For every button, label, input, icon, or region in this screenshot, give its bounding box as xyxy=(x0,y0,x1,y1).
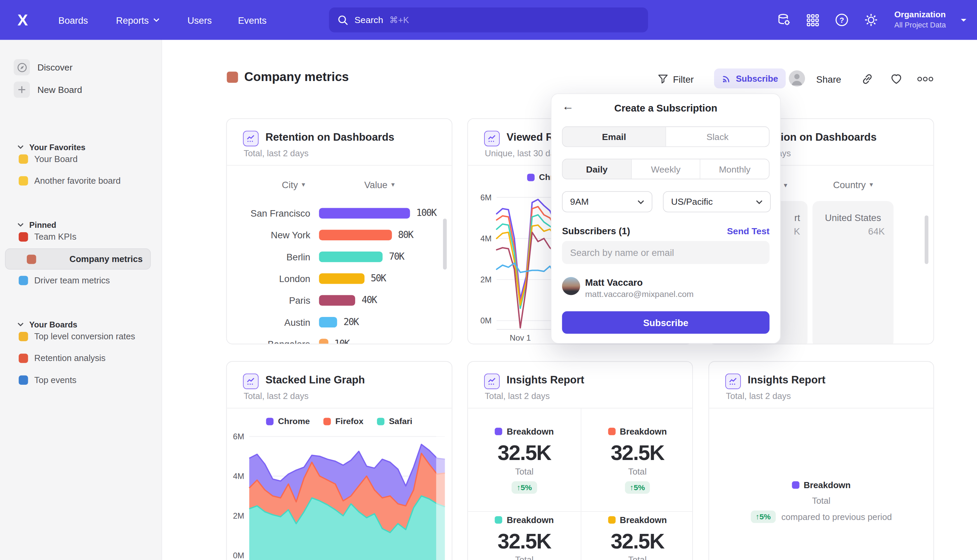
sidebar-item-new-board[interactable]: New Board xyxy=(0,80,162,100)
board-emoji-icon xyxy=(18,332,28,341)
sidebar-item[interactable]: Another favorite board xyxy=(5,170,151,190)
insight-metric-cell[interactable]: Breakdown32.5KTotal↑5% xyxy=(581,511,693,560)
svg-text:Nov 1: Nov 1 xyxy=(510,333,531,341)
sidebar-item[interactable]: Retention analysis xyxy=(5,348,151,368)
report-chart-icon xyxy=(243,131,259,147)
subscriber-name: Matt Vaccaro xyxy=(585,277,643,287)
filter-icon[interactable] xyxy=(658,73,669,85)
value-bar xyxy=(319,230,392,240)
subscriber-avatar xyxy=(562,277,580,295)
time-select[interactable]: 9AM xyxy=(562,191,652,212)
board-title: Company metrics xyxy=(227,70,349,84)
org-switcher[interactable]: Organization All Project Data xyxy=(894,10,946,30)
favorite-heart-icon[interactable] xyxy=(890,72,903,85)
tab-daily[interactable]: Daily xyxy=(563,159,632,178)
card-subtitle: Total, last 2 days xyxy=(244,391,309,401)
card-subtitle: Total, last 2 days xyxy=(726,391,791,401)
table-row[interactable]: Austin20K xyxy=(227,311,453,332)
delta-note: compared to previous period xyxy=(781,512,892,522)
sidebar-item-discover[interactable]: Discover xyxy=(0,57,162,77)
send-test-link[interactable]: Send Test xyxy=(727,226,769,236)
sidebar-item[interactable]: Team KPIs xyxy=(5,227,151,247)
delta-badge: ↑5% xyxy=(751,510,776,523)
global-search-input[interactable]: Search ⌘+K xyxy=(329,7,648,32)
table-row[interactable]: Bangalore10K xyxy=(227,333,453,344)
card-stacked-line-graph: Stacked Line Graph Total, last 2 days Ch… xyxy=(226,361,453,560)
top-nav: X Boards Reports Users Events Search ⌘+K xyxy=(0,0,977,40)
svg-text:0M: 0M xyxy=(480,316,491,325)
search-icon xyxy=(338,15,348,25)
data-warehouse-icon[interactable] xyxy=(777,13,792,27)
card-scrollbar[interactable] xyxy=(443,218,447,270)
channel-tabs: Email Slack xyxy=(562,127,770,147)
subscriber-search-input[interactable] xyxy=(562,241,770,264)
value-bar xyxy=(319,317,337,327)
filter-button[interactable]: Filter xyxy=(673,74,694,85)
board-emoji-icon xyxy=(18,232,28,242)
card-scrollbar[interactable] xyxy=(925,216,929,264)
sidebar-item[interactable]: Driver team metrics xyxy=(5,270,151,290)
tab-email[interactable]: Email xyxy=(563,127,666,147)
tab-slack[interactable]: Slack xyxy=(666,127,769,147)
card-retention-dashboards: Retention on Dashboards Total, last 2 da… xyxy=(226,118,453,344)
help-icon[interactable]: ? xyxy=(835,13,850,27)
column-header-country[interactable]: Country▾ xyxy=(812,179,893,190)
user-avatar[interactable] xyxy=(789,70,805,87)
table-row[interactable]: New York80K xyxy=(227,224,453,245)
apps-grid-icon[interactable] xyxy=(806,13,820,27)
nav-boards[interactable]: Boards xyxy=(58,15,88,25)
chevron-down-icon xyxy=(638,200,644,204)
sidebar-item[interactable]: Top events xyxy=(5,370,151,390)
nav-events[interactable]: Events xyxy=(238,15,266,25)
timezone-select[interactable]: US/Pacific xyxy=(663,191,771,212)
insight-metric-cell[interactable]: Breakdown32.5KTotal↑5% xyxy=(468,408,580,511)
subscribers-label: Subscribers (1) xyxy=(562,225,630,236)
sidebar-item[interactable]: Company metrics xyxy=(5,248,151,270)
table-row[interactable]: Berlin70K xyxy=(227,246,453,267)
more-options-icon[interactable] xyxy=(917,77,934,82)
board-emoji-icon xyxy=(18,176,28,185)
svg-text:0M: 0M xyxy=(233,551,244,560)
stacked-area-chart: 6M4M2M0M xyxy=(227,424,449,560)
nav-reports[interactable]: Reports xyxy=(116,15,159,25)
create-subscription-modal: ← Create a Subscription Email Slack Dail… xyxy=(551,93,781,344)
tab-monthly[interactable]: Monthly xyxy=(700,159,769,178)
board-emoji-icon xyxy=(18,154,28,164)
column-header-value[interactable]: Value▾ xyxy=(345,179,414,190)
sidebar-item[interactable]: Top level conversion rates xyxy=(5,326,151,346)
plus-icon xyxy=(13,82,30,98)
value-bar xyxy=(319,208,410,218)
svg-text:2M: 2M xyxy=(480,275,491,284)
share-button[interactable]: Share xyxy=(816,74,841,85)
card-title: Insights Report xyxy=(748,374,825,387)
subscribe-button[interactable]: Subscribe xyxy=(714,68,786,88)
value-bar xyxy=(319,251,382,262)
insight-metric-cell[interactable]: Breakdown32.5KTotal↑5% xyxy=(581,408,693,511)
report-chart-icon xyxy=(484,131,500,147)
svg-text:6M: 6M xyxy=(480,193,491,202)
chevron-down-icon xyxy=(153,18,159,22)
table-row[interactable]: San Francisco100K xyxy=(227,202,453,223)
settings-gear-icon[interactable] xyxy=(864,13,878,27)
column-header-city[interactable]: City▾ xyxy=(252,179,335,190)
copy-link-icon[interactable] xyxy=(861,73,873,85)
chevron-down-icon xyxy=(756,200,763,204)
card-insights-report-grid: Insights Report Total, last 2 days Break… xyxy=(468,361,693,560)
column-header-caret[interactable]: ▾ xyxy=(784,181,787,189)
search-shortcut: ⌘+K xyxy=(389,15,409,25)
insight-metric-cell[interactable]: Breakdown32.5KTotal↑5% xyxy=(468,511,580,560)
table-row[interactable]: London50K xyxy=(227,268,453,289)
board-emoji-icon xyxy=(18,276,28,285)
sidebar-item[interactable]: Your Board xyxy=(5,149,151,169)
country-panel-us[interactable]: United States 64K xyxy=(812,201,893,344)
tab-weekly[interactable]: Weekly xyxy=(632,159,700,178)
mixpanel-logo[interactable]: X xyxy=(17,11,27,29)
board-emoji xyxy=(227,71,238,82)
table-row[interactable]: Paris40K xyxy=(227,290,453,310)
nav-users[interactable]: Users xyxy=(187,15,212,25)
svg-text:4M: 4M xyxy=(233,472,244,481)
frequency-tabs: Daily Weekly Monthly xyxy=(562,158,770,179)
report-chart-icon xyxy=(725,373,741,389)
card-title: Stacked Line Graph xyxy=(265,374,365,387)
subscribe-submit-button[interactable]: Subscribe xyxy=(562,311,770,333)
